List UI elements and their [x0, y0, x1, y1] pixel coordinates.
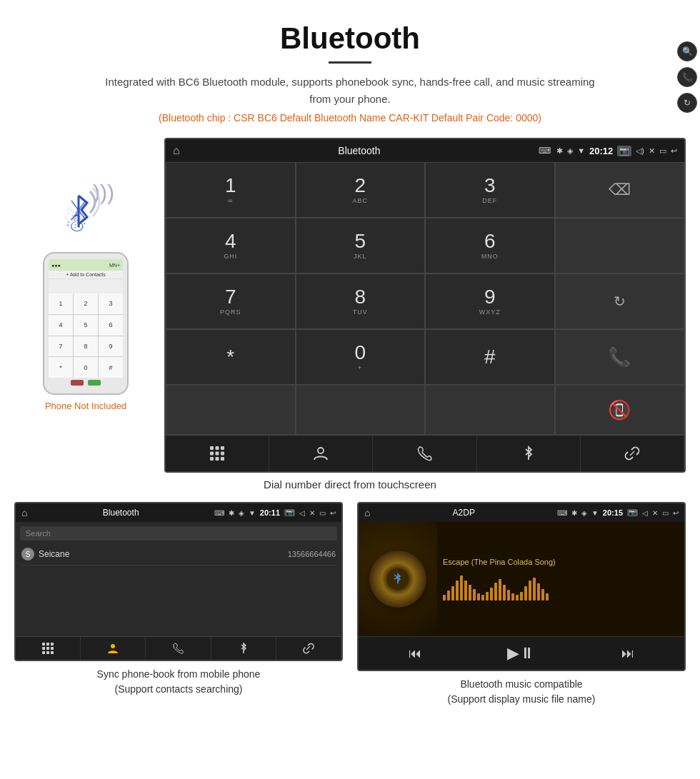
contacts-vol-icon: ◁	[299, 509, 305, 517]
back-icon: ↩	[671, 146, 677, 156]
dial-key-star[interactable]: *	[166, 329, 296, 385]
play-pause-btn[interactable]: ▶⏸	[507, 644, 535, 663]
call-red-icon: 📵	[608, 399, 631, 421]
contact-avatar: S	[21, 548, 34, 561]
dial-key-refresh[interactable]: ↻	[555, 273, 685, 329]
music-sig-icon: ▼	[591, 509, 599, 517]
dial-key-7[interactable]: 7 PQRS	[166, 273, 296, 329]
search-placeholder: Search	[26, 529, 51, 538]
dial-key-6[interactable]: 6 MNO	[425, 218, 555, 273]
dial-key-0[interactable]: 0 +	[296, 329, 426, 385]
album-bt-icon	[391, 573, 404, 585]
eq-bar	[490, 588, 493, 600]
eq-bar	[511, 593, 514, 600]
dial-key-call-green[interactable]: 📞	[555, 329, 685, 385]
dial-key-8[interactable]: 8 TUV	[296, 273, 426, 329]
small-dialpad-icon	[42, 643, 54, 654]
screen-icon: ▭	[659, 146, 666, 156]
svg-rect-9	[210, 457, 214, 461]
music-bt-icon: ✱	[571, 509, 577, 517]
usb-icon: ⌨	[539, 146, 551, 156]
car-screen-dialpad: ⌂ Bluetooth ⌨ ✱ ◈ ▼ 20:12 📷 ◁) ✕ ▭ ↩ 1 ∞	[164, 138, 686, 473]
phone-key-4: 4	[49, 315, 73, 336]
car-status-bar-large: ⌂ Bluetooth ⌨ ✱ ◈ ▼ 20:12 📷 ◁) ✕ ▭ ↩	[166, 139, 684, 162]
music-loc-icon: ◈	[581, 509, 587, 517]
spec-line: (Bluetooth chip : CSR BC6 Default Blueto…	[14, 112, 686, 124]
dial-key-3[interactable]: 3 DEF	[425, 162, 555, 218]
svg-rect-15	[46, 643, 49, 645]
dial-key-2[interactable]: 2 ABC	[296, 162, 426, 218]
music-home-icon[interactable]: ⌂	[364, 507, 370, 518]
eq-bar	[516, 595, 519, 600]
signal-icon: ▼	[577, 146, 585, 155]
contacts-home-icon[interactable]: ⌂	[21, 507, 27, 518]
eq-bar	[477, 593, 480, 600]
camera-icon: 📷	[617, 146, 631, 156]
eq-bar	[486, 592, 489, 600]
main-content: ))) ☃ ●●●MN+	[0, 138, 700, 473]
music-screen-wrap: ⌂ A2DP ⌨ ✱ ◈ ▼ 20:15 📷 ◁ ✕ ▭ ↩	[357, 502, 686, 710]
eq-bar	[503, 585, 506, 600]
contacts-search-bar[interactable]: Search	[20, 526, 337, 541]
phone-key-1: 1	[49, 293, 73, 314]
music-status-bar: ⌂ A2DP ⌨ ✱ ◈ ▼ 20:15 📷 ◁ ✕ ▭ ↩	[359, 503, 684, 522]
svg-rect-22	[51, 651, 54, 654]
eq-bar	[529, 581, 531, 600]
music-close-icon: ✕	[652, 509, 658, 517]
page-header: Bluetooth Integrated with BC6 Bluetooth …	[0, 0, 700, 138]
contacts-nav-link[interactable]	[276, 637, 341, 660]
bluetooth-status-icon: ✱	[556, 146, 563, 156]
svg-rect-7	[216, 452, 219, 456]
vinyl-disc	[369, 551, 426, 608]
car-screen-music: ⌂ A2DP ⌨ ✱ ◈ ▼ 20:15 📷 ◁ ✕ ▭ ↩	[357, 502, 686, 671]
dialpad-with-side: 1 ∞ 2 ABC 3 DEF ⌫ 4 GHI	[166, 162, 684, 435]
phone-key-star: *	[49, 357, 73, 378]
phone-screen: ●●●MN+ + Add to Contacts 1 2 3 4 5 6 7 8…	[49, 259, 123, 388]
contacts-nav-dialpad[interactable]	[16, 637, 81, 660]
dial-key-backspace[interactable]: ⌫	[555, 162, 685, 218]
nav-phone-btn[interactable]	[373, 436, 476, 471]
eq-bar	[541, 589, 544, 600]
contacts-time: 20:11	[260, 508, 280, 517]
contacts-screen-wrap: ⌂ Bluetooth ⌨ ✱ ◈ ▼ 20:11 📷 ◁ ✕ ▭ ↩ Sear…	[14, 502, 343, 710]
svg-rect-16	[51, 643, 54, 645]
contacts-cam-icon: 📷	[284, 509, 295, 516]
home-icon[interactable]: ⌂	[173, 144, 180, 157]
eq-bar	[469, 585, 471, 600]
eq-bar	[507, 590, 510, 600]
nav-contacts-btn[interactable]	[269, 436, 373, 471]
contact-number: 13566664466	[288, 550, 336, 558]
nav-bluetooth-btn[interactable]	[477, 436, 581, 471]
dial-key-9[interactable]: 9 WXYZ	[425, 273, 555, 329]
dial-key-4[interactable]: 4 GHI	[166, 218, 296, 273]
link-icon	[624, 446, 640, 461]
small-phone-icon	[173, 643, 184, 654]
contacts-nav-person[interactable]	[81, 637, 146, 660]
dial-key-call-red[interactable]: 📵	[555, 385, 685, 435]
bluetooth-illustration: ))) ☃	[57, 181, 114, 238]
contact-row-0[interactable]: S Seicane 13566664466	[20, 543, 337, 566]
prev-track-btn[interactable]: ⏮	[409, 646, 421, 661]
svg-rect-4	[216, 446, 219, 450]
equalizer-bars	[443, 572, 679, 600]
nav-link-btn[interactable]	[581, 436, 684, 471]
phone-key-5: 5	[74, 315, 98, 336]
next-track-btn[interactable]: ⏭	[621, 646, 634, 661]
music-info: Escape (The Pina Colada Song)	[437, 522, 684, 636]
phone-dialpad: 1 2 3 4 5 6 7 8 9 * 0 #	[49, 293, 123, 378]
music-content-area: Escape (The Pina Colada Song)	[359, 522, 684, 636]
phone-key-3: 3	[99, 293, 123, 314]
contacts-sig-icon: ▼	[249, 509, 256, 517]
title-divider	[329, 61, 371, 64]
eq-bar	[451, 586, 454, 600]
contacts-nav-bt[interactable]	[211, 637, 276, 660]
dial-key-5[interactable]: 5 JKL	[296, 218, 426, 273]
contacts-nav-phone[interactable]	[146, 637, 211, 660]
dial-key-empty-r5-3	[425, 385, 555, 435]
dial-key-hash[interactable]: #	[425, 329, 555, 385]
nav-dialpad-btn[interactable]	[166, 436, 269, 471]
dial-key-1[interactable]: 1 ∞	[166, 162, 296, 218]
eq-bar	[537, 583, 540, 600]
svg-rect-11	[221, 457, 224, 461]
svg-rect-14	[42, 643, 45, 645]
